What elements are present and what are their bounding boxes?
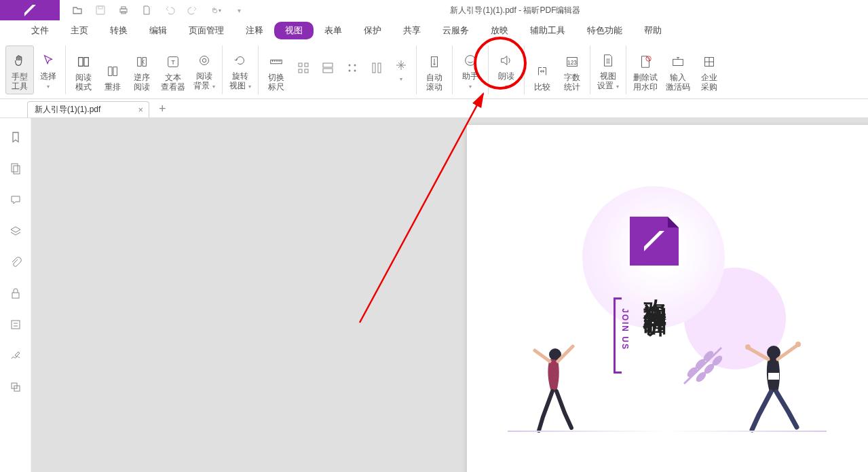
view-settings-button[interactable]: 视图 设置 ▾ <box>593 46 623 94</box>
app-logo <box>0 0 60 20</box>
grid3-button[interactable] <box>340 46 364 94</box>
menu-play[interactable]: 放映 <box>480 22 519 39</box>
attachments-icon[interactable] <box>7 254 24 270</box>
welcome-text: 欢迎来到福昕 <box>639 281 671 297</box>
dancer-left-graphic <box>523 342 584 436</box>
form-fields-icon[interactable] <box>7 316 24 333</box>
svg-rect-29 <box>12 164 18 172</box>
svg-rect-27 <box>673 59 683 65</box>
svg-rect-21 <box>378 63 381 73</box>
document-canvas[interactable]: JOIN US 欢迎来到福昕 <box>31 118 868 472</box>
grid2-button[interactable] <box>316 46 340 94</box>
scroll-icon <box>427 53 442 71</box>
text-viewer-button[interactable]: T 文本 查看器 <box>157 46 189 94</box>
hand-small-icon[interactable]: ▾ <box>210 5 221 16</box>
menu-home[interactable]: 主页 <box>60 22 99 39</box>
svg-rect-45 <box>768 373 779 380</box>
close-tab-icon[interactable]: × <box>138 105 143 115</box>
add-tab-button[interactable]: + <box>159 102 166 117</box>
menu-share[interactable]: 共享 <box>392 22 432 39</box>
menu-view[interactable]: 视图 <box>274 22 314 39</box>
menu-cloud[interactable]: 云服务 <box>432 22 480 39</box>
menu-pages[interactable]: 页面管理 <box>178 22 235 39</box>
layout-icon <box>322 59 334 77</box>
document-tab-label: 新人引导(1)(1).pdf <box>35 104 100 115</box>
svg-text:T: T <box>171 58 175 65</box>
count-icon: 123 <box>565 53 580 71</box>
redo-icon[interactable] <box>187 5 198 16</box>
ribbon: 手型 工具 选择▾ 阅读 模式 重排 逆序 阅读 T 文本 查看器 阅读 背景 … <box>0 41 868 99</box>
enterprise-button[interactable]: 企业 采购 <box>694 46 724 94</box>
pen-logo-icon <box>23 3 37 17</box>
enter-code-button[interactable]: 输入 激活码 <box>662 46 694 94</box>
bookmarks-icon[interactable] <box>7 129 24 145</box>
save-icon[interactable] <box>95 5 106 16</box>
menu-file[interactable]: 文件 <box>20 22 60 39</box>
document-tab[interactable]: 新人引导(1)(1).pdf × <box>27 101 149 117</box>
layers-icon[interactable] <box>7 223 24 239</box>
assistant-button[interactable]: 助手▾ <box>455 46 485 94</box>
print-icon[interactable] <box>118 5 129 16</box>
dots-icon <box>346 59 358 77</box>
remove-watermark-button[interactable]: 删除试 用水印 <box>629 46 662 94</box>
text-viewer-icon: T <box>166 53 181 71</box>
duplicate-icon[interactable] <box>7 379 24 395</box>
svg-rect-11 <box>305 63 308 67</box>
security-icon[interactable] <box>7 285 24 302</box>
read-bg-button[interactable]: 阅读 背景 ▾ <box>189 46 219 94</box>
svg-point-18 <box>349 70 351 72</box>
open-icon[interactable] <box>72 5 83 16</box>
auto-scroll-button[interactable]: 自动 滚动 <box>419 46 449 94</box>
menu-protect[interactable]: 保护 <box>353 22 392 39</box>
quick-access-toolbar: ▾ ▾ <box>72 5 244 16</box>
reverse-read-button[interactable]: 逆序 阅读 <box>127 46 157 94</box>
menu-accessibility[interactable]: 辅助工具 <box>519 22 576 39</box>
comments-icon[interactable] <box>7 192 24 208</box>
svg-point-43 <box>745 344 751 350</box>
svg-rect-10 <box>299 63 302 67</box>
select-button[interactable]: 选择▾ <box>34 46 62 94</box>
read-aloud-button[interactable]: 朗读▾ <box>491 46 521 94</box>
page-icon[interactable] <box>141 5 152 16</box>
grid-icon <box>297 59 309 77</box>
rotate-button[interactable]: 旋转 视图 ▾ <box>225 46 255 94</box>
svg-rect-30 <box>14 166 20 174</box>
snap-button[interactable]: ▾ <box>389 46 413 94</box>
read-mode-button[interactable]: 阅读 模式 <box>69 46 98 94</box>
menu-help[interactable]: 帮助 <box>633 22 673 39</box>
compare-button[interactable]: 比较 <box>527 46 557 94</box>
menu-features[interactable]: 特色功能 <box>576 22 633 39</box>
divider-line <box>508 431 827 432</box>
grid1-button[interactable] <box>291 46 316 94</box>
pages-icon[interactable] <box>7 160 24 177</box>
dancer-right-graphic <box>738 339 806 437</box>
navigation-sidebar <box>0 118 31 472</box>
svg-rect-14 <box>323 63 333 67</box>
snap-icon <box>395 56 407 74</box>
book-icon <box>76 53 91 71</box>
menu-form[interactable]: 表单 <box>314 22 353 39</box>
hand-tool-button[interactable]: 手型 工具 <box>5 46 34 94</box>
grid4-button[interactable] <box>364 46 389 94</box>
word-count-button[interactable]: 123 字数 统计 <box>557 46 587 94</box>
title-bar: ▾ ▾ 新人引导(1)(1).pdf - 福昕PDF编辑器 <box>0 0 868 20</box>
menu-edit[interactable]: 编辑 <box>138 22 178 39</box>
signatures-icon[interactable] <box>7 348 24 364</box>
rotate-icon <box>233 52 248 69</box>
svg-rect-32 <box>12 321 20 329</box>
menu-annotate[interactable]: 注释 <box>235 22 274 39</box>
hand-icon <box>12 52 27 70</box>
undo-icon[interactable] <box>164 5 175 16</box>
reverse-icon <box>134 53 149 71</box>
leaf-graphic <box>677 340 732 391</box>
document-tab-strip: 新人引导(1)(1).pdf × + <box>0 99 868 118</box>
bg-icon <box>197 52 212 69</box>
qat-more-icon[interactable]: ▾ <box>233 5 244 16</box>
svg-point-8 <box>202 58 206 62</box>
svg-point-44 <box>795 342 801 347</box>
ruler-button[interactable]: 切换 标尺 <box>261 46 291 94</box>
reflow-button[interactable]: 重排 <box>98 46 127 94</box>
window-title: 新人引导(1)(1).pdf - 福昕PDF编辑器 <box>244 5 787 16</box>
ruler-icon <box>269 53 284 71</box>
menu-convert[interactable]: 转换 <box>99 22 138 39</box>
